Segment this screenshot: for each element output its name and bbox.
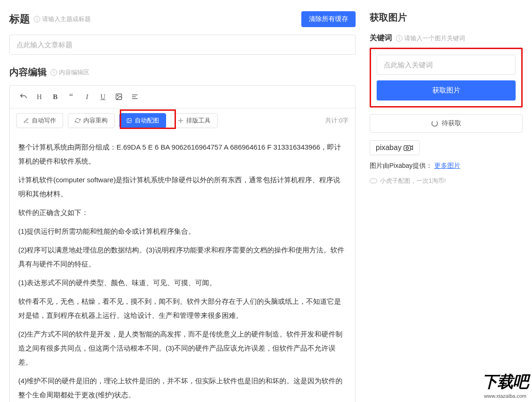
undo-icon[interactable] (16, 90, 30, 103)
paragraph: (1)表达形式不同的硬件类型、颜色、味道、可见、可摸、可闻。 (18, 276, 347, 290)
paragraph: 软件看不见，无色，枯燥，看不见，摸不到，闻不到。软件大部分存在于人们的头脑或纸上… (18, 294, 347, 323)
paragraph: 整个计算机系统由两部分组成：E.69DA 5 E 6 BA 9062616964… (18, 140, 347, 168)
auto-image-button[interactable]: 自动配图 (119, 113, 166, 128)
watermark: 下载吧 www.xiazaiba.com (482, 371, 528, 399)
keyword-label: 关键词 (370, 33, 392, 43)
title-heading: 标题 (9, 12, 30, 26)
provider-line: 图片由Pixabay提供： 更多图片 (370, 162, 523, 170)
editor-content[interactable]: 整个计算机系统由两部分组成：E.69DA 5 E 6 BA 9062616964… (10, 133, 355, 402)
info-icon: i (51, 69, 57, 76)
more-images-link[interactable]: 更多图片 (434, 162, 460, 169)
svg-point-1 (117, 95, 118, 96)
clear-cache-button[interactable]: 清除所有缓存 (301, 11, 356, 27)
editor-container: H B “ I U 自动写作 内容重构 (9, 85, 356, 402)
word-count: 共计:0字 (325, 116, 349, 125)
spinner-icon (431, 120, 438, 127)
editor-hint: i 内容编辑区 (51, 68, 89, 77)
italic-button[interactable]: I (80, 90, 94, 103)
paragraph: (2)程序可以满意地处理信息的数据结构。(3)说明程序功能要求和程序需要的文档的… (18, 243, 347, 271)
auto-write-button[interactable]: 自动写作 (16, 113, 63, 128)
paragraph: 软件的正确含义如下： (18, 206, 347, 220)
image-button[interactable] (112, 90, 126, 103)
title-hint: i 请输入主题或标题 (34, 15, 91, 23)
action-row: 自动写作 内容重构 自动配图 排版工具 共计:0字 (10, 108, 355, 133)
footer-note: 小虎子配图，一次1淘币! (370, 177, 523, 185)
heading-button[interactable]: H (32, 90, 46, 103)
editor-heading: 内容编辑 (9, 66, 47, 79)
keyword-highlight-box: 获取图片 (370, 48, 523, 108)
paragraph: (1)提供运行时所需功能和性能的命令或计算机程序集合。 (18, 224, 347, 238)
fetch-image-button[interactable]: 获取图片 (377, 80, 516, 100)
bold-button[interactable]: B (48, 90, 62, 103)
keyword-hint: i 请输入一个图片关键词 (396, 34, 465, 43)
sidebar-title: 获取图片 (370, 11, 523, 24)
svg-point-9 (406, 147, 408, 149)
keyword-input[interactable] (377, 55, 516, 75)
paragraph: (2)生产方式不同的软件是开发，是人类智能的高发挥，而不是传统意义上的硬件制造。… (18, 327, 347, 369)
title-header: 标题 i 请输入主题或标题 清除所有缓存 (9, 11, 356, 27)
info-icon: i (34, 16, 40, 22)
underline-button[interactable]: U (96, 90, 110, 103)
svg-rect-8 (404, 146, 411, 151)
pixabay-badge: pixabay (370, 140, 420, 155)
restructure-button[interactable]: 内容重构 (68, 113, 115, 128)
pending-status: 待获取 (370, 114, 523, 133)
cloud-icon (370, 179, 377, 183)
align-button[interactable] (128, 90, 142, 103)
camera-icon (403, 144, 414, 151)
article-title-input[interactable] (9, 35, 356, 55)
format-toolbar: H B “ I U (10, 86, 355, 108)
svg-point-6 (128, 120, 129, 121)
quote-button[interactable]: “ (64, 90, 78, 103)
layout-tool-button[interactable]: 排版工具 (171, 113, 218, 128)
paragraph: (4)维护不同的硬件是旧的，理论上软件是旧的，并不坏，但实际上软件也是旧的和坏的… (18, 374, 347, 402)
svg-point-7 (180, 120, 182, 122)
paragraph: 计算机软件(computer software)是指计算机系统中除硬件以外的所有… (18, 173, 347, 201)
info-icon: i (396, 35, 402, 42)
